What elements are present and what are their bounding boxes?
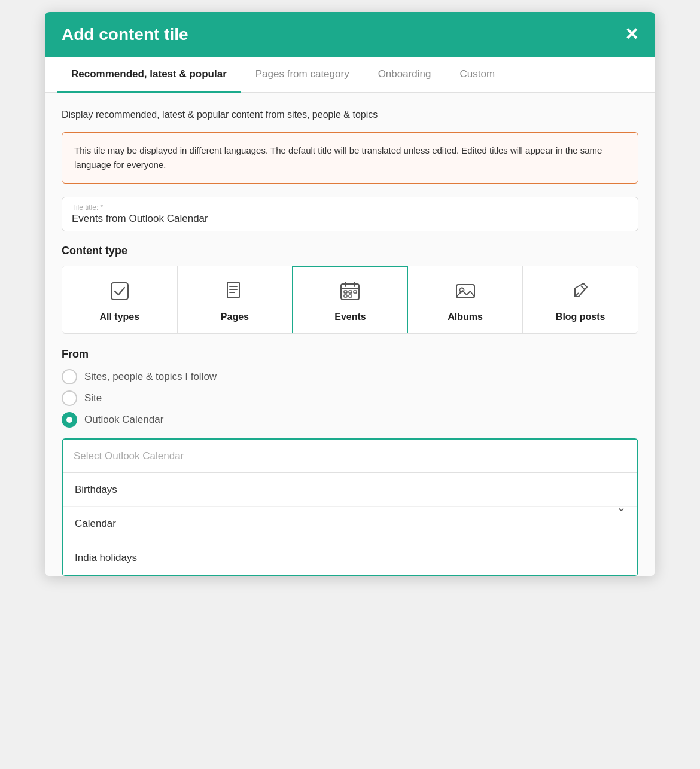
svg-rect-0 xyxy=(111,283,128,300)
content-type-all-types[interactable]: All types xyxy=(62,266,178,333)
svg-rect-12 xyxy=(344,295,347,297)
modal-header: Add content tile ✕ xyxy=(45,12,655,57)
close-button[interactable]: ✕ xyxy=(625,26,638,43)
radio-label-site: Site xyxy=(84,392,102,404)
radio-circle-sites xyxy=(62,369,77,384)
from-section-title: From xyxy=(62,348,638,361)
blog-posts-label: Blog posts xyxy=(556,312,605,322)
content-type-section-title: Content type xyxy=(62,245,638,257)
tile-title-field: Tile title: * xyxy=(62,197,638,231)
content-type-events[interactable]: Events xyxy=(292,266,409,334)
radio-circle-outlook xyxy=(62,412,77,428)
outlook-calendar-dropdown: Select Outlook Calendar Birthdays Calend… xyxy=(62,438,638,576)
tile-title-label: Tile title: * xyxy=(72,203,628,212)
radio-label-sites: Sites, people & topics I follow xyxy=(84,371,217,383)
albums-icon xyxy=(454,280,477,306)
tile-title-input-wrap: Tile title: * xyxy=(62,197,638,231)
modal-title: Add content tile xyxy=(62,25,188,44)
tabs-bar: Recommended, latest & popular Pages from… xyxy=(45,57,655,93)
radio-label-outlook: Outlook Calendar xyxy=(84,414,163,426)
outlook-calendar-select[interactable]: Select Outlook Calendar Birthdays Calend… xyxy=(63,440,637,472)
tab-pages-from-category[interactable]: Pages from category xyxy=(241,57,364,93)
tile-title-input[interactable] xyxy=(72,213,628,225)
modal-body: Display recommended, latest & popular co… xyxy=(45,93,655,576)
blog-icon xyxy=(569,280,592,306)
radio-circle-site xyxy=(62,390,77,406)
svg-rect-9 xyxy=(344,291,347,293)
radio-outlook-calendar[interactable]: Outlook Calendar xyxy=(62,412,638,428)
add-content-tile-modal: Add content tile ✕ Recommended, latest &… xyxy=(45,12,655,576)
svg-rect-10 xyxy=(349,291,352,293)
pages-icon xyxy=(223,280,246,306)
info-box-text: This tile may be displayed in different … xyxy=(74,145,602,170)
radio-site[interactable]: Site xyxy=(62,390,638,406)
radio-group: Sites, people & topics I follow Site Out… xyxy=(62,369,638,428)
pages-label: Pages xyxy=(221,312,249,322)
radio-sites-people-topics[interactable]: Sites, people & topics I follow xyxy=(62,369,638,384)
dropdown-option-birthdays[interactable]: Birthdays xyxy=(63,473,637,507)
all-types-label: All types xyxy=(99,312,139,322)
tab-custom[interactable]: Custom xyxy=(445,57,509,93)
dropdown-option-calendar[interactable]: Calendar xyxy=(63,507,637,541)
svg-rect-13 xyxy=(349,295,352,297)
svg-rect-11 xyxy=(354,291,357,293)
content-type-albums[interactable]: Albums xyxy=(408,266,524,333)
tab-onboarding[interactable]: Onboarding xyxy=(364,57,446,93)
tab-recommended[interactable]: Recommended, latest & popular xyxy=(57,57,241,93)
content-type-grid: All types Pages xyxy=(62,266,638,334)
events-icon xyxy=(339,280,361,306)
dropdown-options-list: Birthdays Calendar India holidays xyxy=(63,472,637,575)
description-text: Display recommended, latest & popular co… xyxy=(62,109,638,120)
content-type-blog-posts[interactable]: Blog posts xyxy=(523,266,638,333)
svg-rect-14 xyxy=(456,285,474,298)
svg-line-16 xyxy=(581,286,585,289)
dropdown-option-india-holidays[interactable]: India holidays xyxy=(63,541,637,575)
from-section: From Sites, people & topics I follow Sit… xyxy=(62,348,638,428)
info-box: This tile may be displayed in different … xyxy=(62,132,638,184)
events-label: Events xyxy=(334,312,366,322)
check-icon xyxy=(108,280,131,306)
albums-label: Albums xyxy=(448,312,483,322)
content-type-pages[interactable]: Pages xyxy=(178,266,293,333)
